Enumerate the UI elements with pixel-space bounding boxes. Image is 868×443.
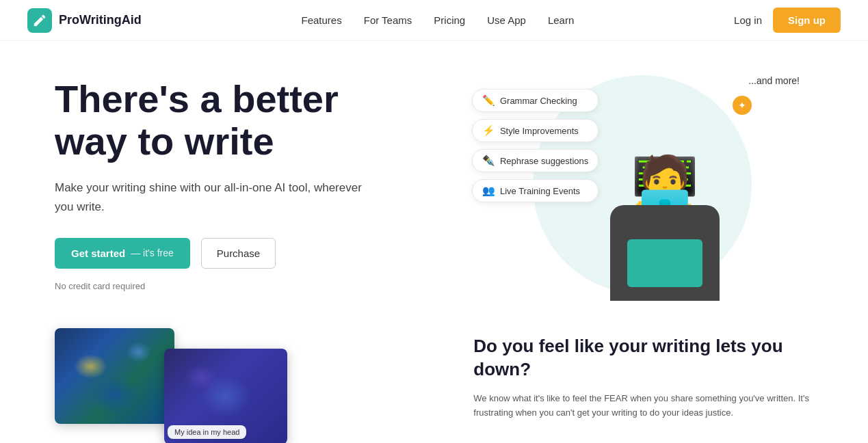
logo-icon — [27, 8, 52, 33]
pill-training: 👥 Live Training Events — [472, 179, 599, 202]
rephrase-icon: ✒️ — [482, 155, 495, 167]
no-card-text: No credit card required — [55, 281, 472, 291]
pill-rephrase-label: Rephrase suggestions — [500, 156, 588, 166]
sparkle-icon: ✦ — [733, 96, 752, 115]
hero-headline: There's a better way to write — [55, 78, 472, 162]
pill-grammar-label: Grammar Checking — [500, 96, 577, 106]
grammar-icon: ✏️ — [482, 94, 495, 107]
section-title: Do you feel like your writing lets you d… — [473, 335, 837, 381]
nav-use-app[interactable]: Use App — [487, 14, 526, 26]
feature-pills: ✏️ Grammar Checking ⚡ Style Improvements… — [472, 89, 599, 202]
pill-grammar: ✏️ Grammar Checking — [472, 89, 599, 112]
nav-links: Features For Teams Pricing Use App Learn — [302, 14, 575, 27]
logo-text: ProWritingAid — [59, 13, 142, 27]
get-started-button[interactable]: Get started — it's free — [55, 238, 190, 269]
logo[interactable]: ProWritingAid — [27, 8, 142, 33]
image-stack: My idea in my head — [55, 328, 287, 443]
pill-rephrase: ✒️ Rephrase suggestions — [472, 149, 599, 172]
hero-section: There's a better way to write Make your … — [0, 41, 868, 321]
bottom-section: My idea in my head Do you feel like your… — [0, 328, 868, 443]
nav-features[interactable]: Features — [302, 14, 342, 26]
image-back — [55, 328, 174, 424]
bottom-left: My idea in my head — [55, 328, 419, 443]
training-icon: 👥 — [482, 185, 495, 197]
nav-pricing[interactable]: Pricing — [434, 14, 465, 26]
hero-left: There's a better way to write Make your … — [55, 78, 472, 291]
pill-training-label: Live Training Events — [500, 186, 580, 196]
signup-button[interactable]: Sign up — [773, 8, 841, 33]
nav-for-teams[interactable]: For Teams — [364, 14, 412, 26]
nav-actions: Log in Sign up — [734, 8, 841, 33]
hero-cta: Get started — it's free Purchase — [55, 238, 472, 269]
pill-style-label: Style Improvements — [500, 126, 579, 136]
bottom-right: Do you feel like your writing lets you d… — [473, 328, 837, 420]
section-body: We know what it's like to feel the FEAR … — [473, 391, 837, 420]
and-more-label: ...and more! — [748, 75, 800, 86]
pill-style: ⚡ Style Improvements — [472, 119, 599, 142]
image-caption: My idea in my head — [168, 425, 246, 439]
hero-subtext: Make your writing shine with our all-in-… — [55, 178, 383, 215]
hero-right: ✏️ Grammar Checking ⚡ Style Improvements… — [472, 68, 813, 301]
navbar: ProWritingAid Features For Teams Pricing… — [0, 0, 868, 41]
free-tag: — it's free — [131, 247, 174, 258]
style-icon: ⚡ — [482, 124, 495, 137]
purchase-button[interactable]: Purchase — [201, 238, 276, 269]
nav-learn[interactable]: Learn — [548, 14, 574, 26]
login-button[interactable]: Log in — [734, 14, 762, 26]
